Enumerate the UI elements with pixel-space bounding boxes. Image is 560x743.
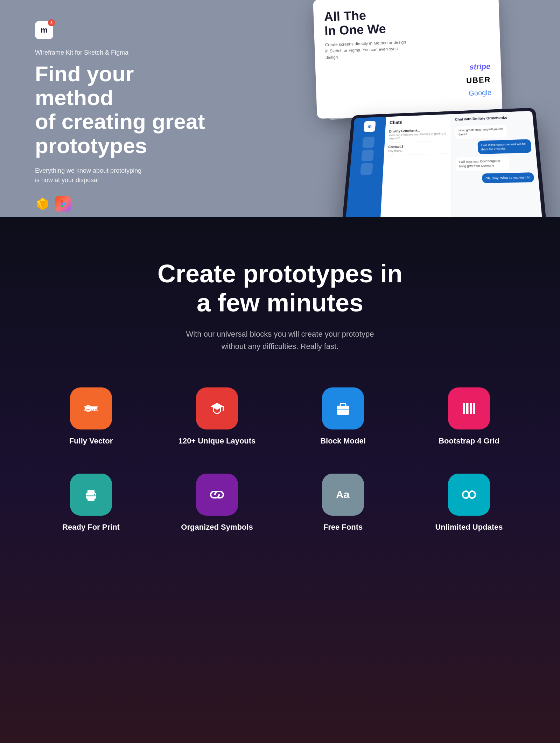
chat-preview: How can I improve my chances of getting … xyxy=(389,132,447,140)
block-icon xyxy=(333,399,353,418)
chat-bubble-received: I will miss you. Don't forget to bring g… xyxy=(455,156,509,171)
fully-vector-label: Fully Vector xyxy=(69,436,113,446)
organized-symbols-label: Organized Symbols xyxy=(181,523,253,532)
notification-badge: 3 xyxy=(48,19,55,26)
fully-vector-icon-bg xyxy=(70,387,112,429)
chat-bubble-received: How, great! How long will you be there? xyxy=(455,124,507,139)
stripe-logo: stripe xyxy=(469,62,491,72)
vector-icon xyxy=(81,399,101,418)
svg-rect-8 xyxy=(61,202,63,205)
feature-ready-for-print: Ready For Print xyxy=(49,474,133,532)
layouts-icon xyxy=(207,399,227,418)
unique-layouts-label: 120+ Unique Layouts xyxy=(178,436,256,446)
card-heading: All The In One We xyxy=(324,4,489,38)
unique-layouts-icon-bg xyxy=(196,387,238,429)
app-logo: m 3 xyxy=(35,21,53,39)
chat-bubble-sent: Oh, okay. What do you want to xyxy=(482,172,534,184)
card-subtext: Create screens directly in Method or des… xyxy=(325,39,410,61)
svg-text:Aa: Aa xyxy=(336,489,350,500)
svg-rect-36 xyxy=(86,495,96,496)
tool-icons-area xyxy=(35,196,217,212)
feature-organized-symbols: Organized Symbols xyxy=(175,474,259,532)
hero-subtitle: Wireframe Kit for Sketch & Figma xyxy=(35,49,217,56)
tablet-device-mockup: m Chats Dmitriy Grinchenk... How can I i… xyxy=(340,108,549,217)
svg-rect-6 xyxy=(61,200,63,202)
bootstrap-grid-icon-bg xyxy=(448,387,490,429)
tablet-sidebar-item xyxy=(361,150,374,161)
sketch-icon xyxy=(35,196,50,212)
svg-rect-19 xyxy=(92,409,93,410)
svg-rect-24 xyxy=(340,404,346,406)
tablet-sidebar: m xyxy=(344,117,386,217)
svg-rect-29 xyxy=(473,403,475,414)
svg-rect-7 xyxy=(63,200,65,202)
tablet-chat-area: Chat with Dmitriy Grinchenko How, great!… xyxy=(451,111,544,217)
card-logos: stripe UBER Google xyxy=(326,62,491,102)
tablet-sidebar-logo: m xyxy=(364,121,376,132)
hero-title-line2: of creating great xyxy=(35,109,205,133)
uber-logo: UBER xyxy=(466,75,491,85)
ready-for-print-icon-bg xyxy=(70,474,112,516)
svg-marker-20 xyxy=(211,403,223,410)
symbols-icon xyxy=(207,485,227,504)
feature-fully-vector: Fully Vector xyxy=(49,387,133,446)
free-fonts-label: Free Fonts xyxy=(323,523,363,532)
hero-description: Everything we know about prototyping is … xyxy=(35,166,168,185)
svg-rect-18 xyxy=(94,409,95,411)
svg-rect-31 xyxy=(468,403,469,414)
google-logo: Google xyxy=(469,89,491,97)
features-section: Create prototypes in a few minutes With … xyxy=(0,217,560,743)
ready-for-print-label: Ready For Print xyxy=(62,523,120,532)
block-model-label: Block Model xyxy=(320,436,366,446)
tablet-sidebar-item xyxy=(360,163,373,175)
svg-rect-35 xyxy=(88,496,94,501)
logo-area: m 3 xyxy=(35,21,217,39)
bootstrap-grid-label: Bootstrap 4 Grid xyxy=(439,436,499,446)
hero-card-main: All The In One We Create screens directl… xyxy=(313,0,503,119)
hero-title-line3: prototypes xyxy=(35,133,147,158)
svg-point-37 xyxy=(94,494,95,495)
logo-letter: m xyxy=(41,26,48,35)
updates-icon xyxy=(459,485,479,504)
unlimited-updates-icon-bg xyxy=(448,474,490,516)
features-description: With our universal blocks you will creat… xyxy=(186,328,374,352)
free-fonts-icon-bg: Aa xyxy=(322,474,364,516)
chat-list-item: Dmitriy Grinchenk... How can I improve m… xyxy=(388,125,447,143)
features-title: Create prototypes in a few minutes xyxy=(158,259,402,317)
feature-bootstrap-grid: Bootstrap 4 Grid xyxy=(427,387,511,446)
feature-free-fonts: Aa Free Fonts xyxy=(301,474,385,532)
feature-unlimited-updates: Unlimited Updates xyxy=(427,474,511,532)
hero-section: m 3 Wireframe Kit for Sketch & Figma Fin… xyxy=(0,0,560,217)
feature-block-model: Block Model xyxy=(301,387,385,446)
tablet-screen: m Chats Dmitriy Grinchenk... How can I i… xyxy=(344,111,545,217)
chat-list-title: Chats xyxy=(390,118,447,125)
svg-rect-17 xyxy=(90,408,96,409)
chat-header: Chat with Dmitriy Grinchenko xyxy=(455,115,529,121)
hero-title-line1: Find your method xyxy=(35,62,134,110)
print-icon xyxy=(81,485,101,504)
unlimited-updates-label: Unlimited Updates xyxy=(435,523,503,532)
chat-bubble-sent: I will leave tomorrow and will be there … xyxy=(477,139,532,154)
svg-rect-32 xyxy=(471,403,472,414)
figma-icon xyxy=(55,196,71,212)
svg-rect-30 xyxy=(464,403,465,414)
svg-rect-34 xyxy=(88,490,94,493)
fonts-icon: Aa xyxy=(333,485,353,504)
svg-point-10 xyxy=(63,202,65,205)
tablet-chat-list: Chats Dmitriy Grinchenk... How can I imp… xyxy=(379,114,452,217)
tablet-sidebar-item xyxy=(362,137,374,148)
block-model-icon-bg xyxy=(322,387,364,429)
chat-list-item: Contact 2 Hey there... xyxy=(388,141,447,156)
hero-left-content: m 3 Wireframe Kit for Sketch & Figma Fin… xyxy=(35,21,217,212)
hero-title: Find your method of creating great proto… xyxy=(35,62,217,158)
grid-icon xyxy=(459,399,479,418)
organized-symbols-icon-bg xyxy=(196,474,238,516)
features-grid: Fully Vector 120+ Unique Layouts xyxy=(49,387,511,532)
feature-unique-layouts: 120+ Unique Layouts xyxy=(175,387,259,446)
svg-rect-9 xyxy=(61,205,63,207)
